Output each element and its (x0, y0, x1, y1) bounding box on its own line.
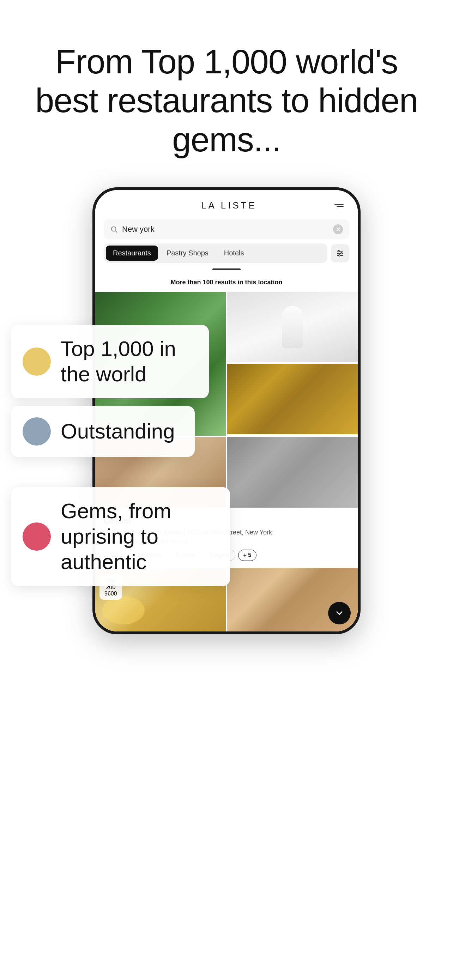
rank-display: 9600 (105, 590, 117, 597)
results-info: More than 100 results in this location (95, 276, 358, 292)
chevron-down-icon (334, 608, 344, 618)
page-wrapper: From Top 1,000 world's best restaurants … (0, 0, 453, 634)
svg-point-0 (111, 227, 116, 231)
sliders-icon (336, 249, 344, 258)
restaurant-image-tables (227, 437, 358, 508)
outstanding-label: Outstanding (61, 419, 175, 444)
restaurant-image-dining (227, 364, 358, 434)
search-icon (110, 226, 118, 233)
tab-restaurants[interactable]: Restaurants (106, 245, 158, 261)
gems-dot (22, 522, 51, 550)
hero-title: From Top 1,000 world's best restaurants … (28, 42, 425, 159)
phone-divider (212, 269, 241, 270)
hero-section: From Top 1,000 world's best restaurants … (0, 0, 453, 187)
floating-card-top1000: Top 1,000 in the world (11, 325, 209, 398)
filter-tabs: Restaurants Pastry Shops Hotels (95, 243, 358, 269)
search-value: New york (122, 225, 329, 234)
svg-point-6 (341, 253, 342, 254)
svg-line-1 (115, 231, 117, 232)
tab-hotels[interactable]: Hotels (217, 245, 251, 261)
svg-point-7 (339, 255, 340, 256)
filter-button[interactable] (331, 244, 349, 262)
scroll-down-button[interactable] (328, 602, 351, 624)
phone-topbar: LA LISTE (95, 190, 358, 216)
tab-pastry-shops[interactable]: Pastry Shops (159, 245, 216, 261)
menu-button[interactable] (334, 204, 343, 207)
top1000-label: Top 1,000 in the world (61, 336, 192, 387)
outstanding-dot (22, 417, 51, 445)
restaurant-image-chef (227, 292, 358, 362)
svg-point-5 (338, 250, 339, 252)
top1000-dot (22, 347, 51, 376)
tabs-group: Restaurants Pastry Shops Hotels (104, 243, 327, 263)
phone-container: Top 1,000 in the world Outstanding Gems,… (32, 187, 421, 634)
gems-label: Gems, from uprising to authentic (61, 498, 213, 575)
clear-search-button[interactable]: ✕ (333, 224, 343, 234)
search-bar[interactable]: New york ✕ (104, 220, 349, 239)
floating-card-gems: Gems, from uprising to authentic (11, 487, 230, 586)
floating-card-outstanding: Outstanding (11, 406, 195, 457)
tag-more[interactable]: + 5 (238, 550, 257, 561)
brand-name: LA LISTE (124, 200, 334, 211)
